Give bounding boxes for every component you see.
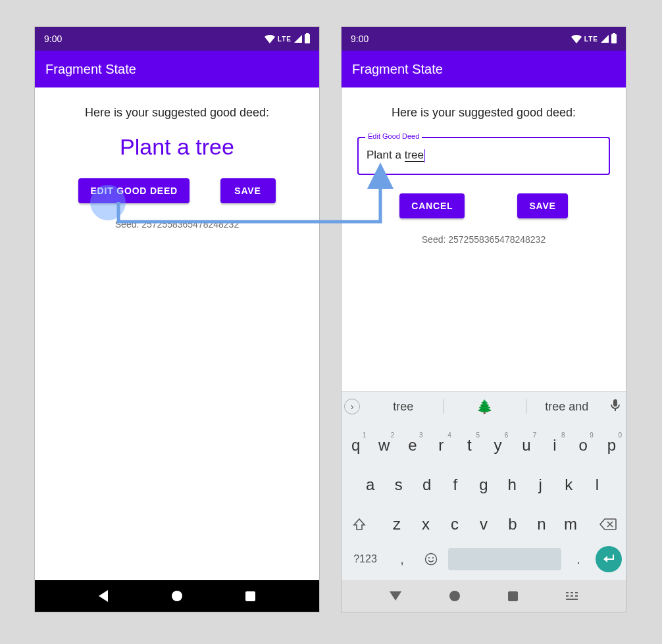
suggestion-2[interactable]: 🌲 [444,399,525,414]
cancel-button[interactable]: CANCEL [399,193,465,218]
nav-home-button[interactable] [449,591,460,601]
good-deed-text: Plant a tree [35,134,319,160]
key-e[interactable]: e3 [399,430,425,460]
content-display: Here is your suggested good deed: Plant … [35,106,319,599]
key-s[interactable]: s [386,470,411,500]
key-k[interactable]: k [556,470,582,500]
nav-back-button[interactable] [99,590,108,602]
tap-indicator [90,185,126,220]
suggestion-row: › tree 🌲 tree and [342,392,626,421]
app-bar: Fragment State [342,51,626,87]
svg-point-1 [428,557,430,558]
emoji-key[interactable] [419,546,443,572]
period-key[interactable]: . [567,546,590,572]
key-w[interactable]: w2 [371,430,397,460]
button-row: CANCEL SAVE [342,193,626,218]
key-q[interactable]: q1 [343,430,369,460]
status-icons: LTE [265,34,310,43]
signal-icon [294,35,302,43]
space-key[interactable] [448,548,561,570]
wifi-icon [571,34,582,43]
status-bar: 9:00 LTE [342,27,626,51]
phone-screen-display: 9:00 LTE Fragment State Here is your sug… [34,26,320,612]
key-v[interactable]: v [471,509,497,539]
suggestion-3[interactable]: tree and [526,400,607,414]
status-time: 9:00 [44,34,62,44]
svg-point-0 [426,554,437,565]
key-g[interactable]: g [471,470,496,500]
save-button[interactable]: SAVE [220,178,276,203]
nav-recent-button[interactable] [508,591,518,601]
hide-keyboard-button[interactable] [566,592,578,600]
key-t[interactable]: t5 [457,430,482,460]
caret-icon [424,149,425,162]
key-n[interactable]: n [528,509,555,539]
button-row: EDIT GOOD DEED SAVE [35,178,319,203]
key-row-1: q1w2e3r4t5y6u7i8o9p0 [342,421,626,460]
key-c[interactable]: c [442,509,468,539]
expand-suggestions-button[interactable]: › [344,399,360,414]
key-f[interactable]: f [442,470,468,500]
key-h[interactable]: h [499,470,525,500]
key-j[interactable]: j [528,470,553,500]
symbols-key[interactable]: ?123 [345,546,385,572]
key-z[interactable]: z [384,509,410,539]
key-p[interactable]: p0 [599,430,624,460]
mic-icon[interactable] [607,399,623,414]
soft-keyboard[interactable]: › tree 🌲 tree and q1w2e3r4t5y6u7i8o9p0 a… [342,391,626,580]
nav-bar [35,580,319,612]
key-row-4: ?123 , . [342,539,626,580]
wifi-icon [265,34,275,43]
key-d[interactable]: d [414,470,440,500]
nav-back-button[interactable] [390,591,401,601]
key-m[interactable]: m [557,509,584,539]
status-icons: LTE [571,34,617,43]
key-u[interactable]: u7 [513,430,539,460]
status-time: 9:00 [351,34,369,44]
comma-key[interactable]: , [390,546,414,572]
signal-icon [601,35,609,43]
battery-icon [305,34,310,43]
key-row-3: zxcvbnm [342,500,626,539]
key-a[interactable]: a [357,470,383,500]
key-row-2: asdfghjkl [342,460,626,500]
key-i[interactable]: i8 [542,430,567,460]
app-title: Fragment State [352,62,443,77]
seed-text: Seed: 2572558365478248232 [35,219,319,230]
key-x[interactable]: x [413,509,439,539]
lte-label: LTE [278,36,292,43]
phone-screen-edit: 9:00 LTE Fragment State Here is your sug… [341,26,626,612]
lte-label: LTE [584,36,598,43]
app-bar: Fragment State [35,51,319,87]
key-r[interactable]: r4 [428,430,454,460]
svg-point-2 [432,557,434,558]
nav-bar [342,580,626,612]
save-button[interactable]: SAVE [517,193,567,218]
status-bar: 9:00 LTE [35,27,319,51]
key-o[interactable]: o9 [571,430,596,460]
key-b[interactable]: b [499,509,526,539]
field-value[interactable]: Plant a tree [367,149,425,162]
edit-good-deed-field[interactable]: Edit Good Deed Plant a tree [357,137,610,175]
prompt-text: Here is your suggested good deed: [35,106,319,120]
nav-home-button[interactable] [172,591,182,601]
field-label: Edit Good Deed [365,132,422,140]
backspace-key[interactable] [592,509,624,539]
shift-key[interactable] [343,509,376,539]
app-title: Fragment State [45,62,136,77]
nav-recent-button[interactable] [245,591,255,601]
enter-key[interactable] [596,546,622,572]
suggestion-1[interactable]: tree [363,400,444,414]
prompt-text: Here is your suggested good deed: [342,106,626,120]
seed-text: Seed: 2572558365478248232 [342,234,626,245]
key-l[interactable]: l [584,470,610,500]
battery-icon [611,34,617,43]
key-y[interactable]: y6 [485,430,511,460]
